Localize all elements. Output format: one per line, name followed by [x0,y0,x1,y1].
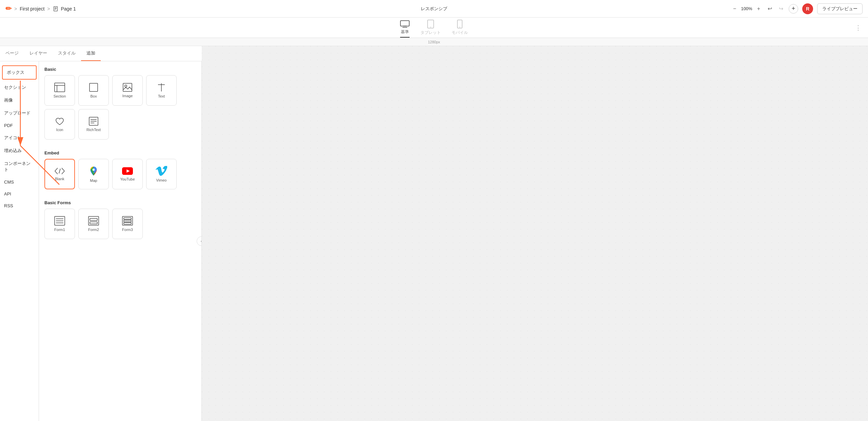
grid-item-vimeo[interactable]: Vimeo [146,159,177,189]
desktop-icon [400,20,410,28]
grid-item-map-label: Map [90,178,97,183]
avatar: R [802,3,813,14]
sidebar-item-component[interactable]: コンポーネント [0,157,39,176]
grid-item-youtube[interactable]: YouTube [112,159,143,189]
header: ✏ > First project > Page 1 レスポンシブ − 100%… [0,0,868,18]
sidebar-item-rss[interactable]: RSS [0,200,39,212]
svg-rect-33 [90,222,97,224]
device-more-icon[interactable]: ⋮ [855,24,861,31]
basic-items-grid: Section Box [39,75,201,145]
header-left: ✏ > First project > Page 1 [5,4,731,13]
redo-button[interactable]: ↪ [777,4,785,13]
project-name[interactable]: First project [20,6,44,12]
grid-item-blank-label: Blank [55,177,64,181]
svg-rect-37 [124,223,131,224]
section-icon [54,83,65,92]
page-icon [53,6,58,12]
ruler-bar: 1280px [0,38,868,46]
basic-forms-section-title: Basic Forms [39,195,201,209]
form2-icon [88,216,99,226]
breadcrumb-chevron-2: > [47,6,50,12]
add-button[interactable]: + [789,4,798,14]
sidebar-item-box[interactable]: ボックス [2,65,37,80]
page-name[interactable]: Page 1 [61,6,76,12]
tablet-icon [427,20,434,28]
tab-add[interactable]: 追加 [81,46,101,61]
grid-item-image-label: Image [122,94,133,98]
mobile-icon [457,20,462,28]
ruler-label: 1280px [428,40,440,44]
grid-item-section[interactable]: Section [44,75,75,106]
svg-rect-14 [90,83,98,91]
device-tablet-label: タブレット [420,30,441,36]
richtext-icon [89,117,98,126]
grid-item-box-label: Box [91,94,97,98]
svg-rect-4 [400,21,409,26]
grid-item-richtext[interactable]: RichText [78,109,109,140]
grid-item-section-label: Section [54,94,66,98]
breadcrumb-chevron-1: > [14,6,17,12]
zoom-minus-button[interactable]: − [731,5,738,13]
tab-style[interactable]: スタイル [53,46,81,61]
main-layout: ページ レイヤー スタイル 追加 ボックス セクション 画像 アップロード PD… [0,46,868,421]
grid-item-box[interactable]: Box [78,75,109,106]
grid-item-text[interactable]: Text [146,75,177,106]
sidebar-item-upload[interactable]: アップロード [0,107,39,120]
left-tabs-and-panel: ボックス セクション 画像 アップロード PDF アイコン 埋め込み コンポーネ… [0,61,202,421]
sidebar-item-section[interactable]: セクション [0,81,39,94]
sidebar-item-api[interactable]: API [0,188,39,200]
device-desktop-label: 基準 [401,29,409,35]
vimeo-icon [156,166,167,176]
grid-item-icon[interactable]: Icon [44,109,75,140]
responsive-label: レスポンシブ [421,6,447,12]
box-icon [89,83,98,92]
tab-page[interactable]: ページ [0,46,24,61]
grid-item-form2[interactable]: Form2 [78,209,109,239]
left-nav: ボックス セクション 画像 アップロード PDF アイコン 埋め込み コンポーネ… [0,61,39,421]
sidebar-item-image[interactable]: 画像 [0,94,39,107]
live-preview-button[interactable]: ライブプレビュー [817,3,863,14]
sidebar-item-embed[interactable]: 埋め込み [0,144,39,157]
svg-point-10 [459,27,460,27]
sidebar-item-icon[interactable]: アイコン [0,131,39,144]
zoom-plus-button[interactable]: + [755,5,762,13]
grid-item-image[interactable]: Image [112,75,143,106]
grid-item-youtube-label: YouTube [120,177,135,181]
device-desktop[interactable]: 基準 [400,20,410,38]
form1-icon [54,216,65,226]
basic-forms-items-grid: Form1 Form2 [39,209,201,245]
svg-rect-15 [123,83,132,91]
svg-point-8 [430,27,431,27]
device-mobile-label: モバイル [452,30,468,36]
grid-item-map[interactable]: Map [78,159,109,189]
left-side-wrapper: ページ レイヤー スタイル 追加 ボックス セクション 画像 アップロード PD… [0,46,202,421]
basic-section-title: Basic [39,61,201,75]
svg-point-24 [93,169,95,171]
device-mobile[interactable]: モバイル [452,20,468,38]
svg-rect-11 [55,83,65,92]
undo-button[interactable]: ↩ [766,4,773,13]
tab-layer[interactable]: レイヤー [24,46,53,61]
embed-section-title: Embed [39,145,201,159]
svg-rect-35 [124,218,131,219]
zoom-level: 100% [741,6,752,11]
grid-item-blank[interactable]: Blank [44,159,75,189]
grid-item-form3[interactable]: Form3 [112,209,143,239]
image-icon [123,83,132,92]
sidebar-item-cms[interactable]: CMS [0,176,39,188]
form3-icon [122,216,133,226]
grid-item-icon-label: Icon [56,128,63,132]
embed-items-grid: Blank Map [39,159,201,195]
svg-point-16 [125,85,127,87]
grid-item-form1-label: Form1 [54,228,65,232]
device-tablet[interactable]: タブレット [420,20,441,38]
grid-item-text-label: Text [158,94,165,98]
canvas-grid [202,46,868,421]
panel-tabs: ページ レイヤー スタイル 追加 [0,46,202,61]
code-icon [54,167,65,175]
map-icon [88,166,99,176]
grid-item-richtext-label: RichText [86,128,101,132]
sidebar-item-pdf[interactable]: PDF [0,120,39,131]
grid-item-form1[interactable]: Form1 [44,209,75,239]
add-panel: Basic Section [39,61,202,421]
